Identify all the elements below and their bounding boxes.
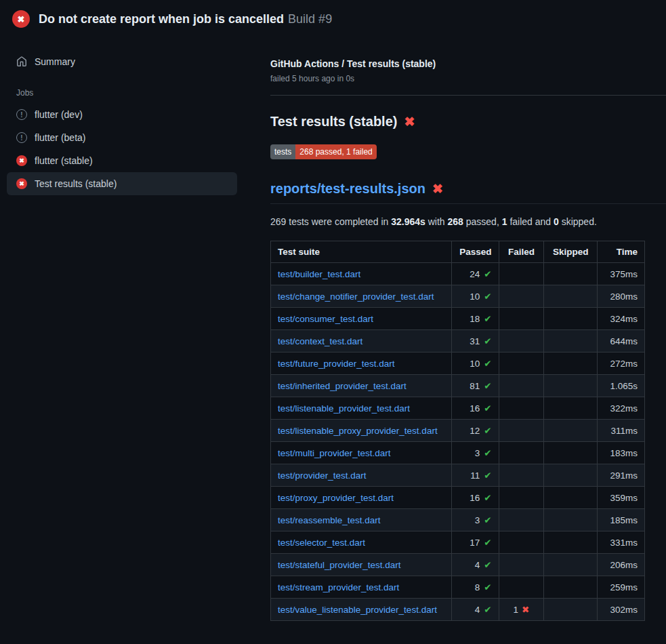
time-cell: 1.065s: [598, 375, 645, 397]
table-row: test/reassemble_test.dart 3✔ ✖ 185ms: [271, 509, 645, 531]
check-icon: ✔: [484, 314, 491, 324]
time-cell: 185ms: [598, 509, 645, 531]
check-icon: ✔: [484, 493, 491, 503]
passed-cell: 4✔: [451, 554, 499, 576]
home-icon: [16, 56, 27, 67]
report-file-heading: reports/test-results.json ✖: [270, 181, 666, 204]
check-icon: ✔: [484, 605, 491, 615]
test-suite-link[interactable]: test/provider_test.dart: [278, 470, 367, 481]
passed-count: 268: [448, 216, 463, 227]
failed-cell: ✖: [499, 487, 544, 509]
run-title: Do not create report when job is cancell…: [39, 12, 284, 26]
time-cell: 322ms: [598, 397, 645, 420]
badge-value: 268 passed, 1 failed: [295, 144, 376, 159]
table-row: test/context_test.dart 31✔ ✖ 644ms: [271, 330, 645, 353]
check-icon: ✔: [484, 403, 491, 414]
table-row: test/listenable_proxy_provider_test.dart…: [271, 420, 645, 442]
build-number: Build #9: [288, 12, 332, 26]
test-suite-link[interactable]: test/selector_test.dart: [278, 538, 365, 548]
test-suite-link[interactable]: test/stateful_provider_test.dart: [278, 560, 401, 570]
test-suite-link[interactable]: test/stream_provider_test.dart: [278, 582, 399, 592]
time-cell: 359ms: [598, 487, 645, 509]
test-suite-link[interactable]: test/consumer_test.dart: [278, 314, 373, 324]
breadcrumb: GitHub Actions / Test results (stable): [270, 58, 645, 69]
time-cell: 206ms: [598, 554, 645, 576]
skipped-cell: [544, 420, 598, 442]
passed-cell: 16✔: [451, 487, 499, 509]
failed-cell: ✖: [499, 576, 544, 599]
test-suite-link[interactable]: test/future_provider_test.dart: [278, 359, 395, 369]
test-suite-link[interactable]: test/listenable_proxy_provider_test.dart: [278, 426, 438, 436]
check-icon: ✔: [484, 359, 491, 369]
test-suite-link[interactable]: test/value_listenable_provider_test.dart: [278, 605, 437, 615]
job-label: flutter (dev): [35, 109, 83, 120]
column-header-test-suite: Test suite: [271, 241, 452, 263]
sidebar-job-item[interactable]: ! flutter (beta): [7, 126, 237, 149]
sidebar-job-item[interactable]: ✖ Test results (stable): [7, 172, 237, 195]
skipped-cell: [544, 375, 598, 397]
passed-cell: 3✔: [451, 442, 499, 464]
column-header-skipped: Skipped: [544, 241, 598, 263]
check-icon: ✔: [484, 582, 491, 592]
failed-cell: ✖: [499, 442, 544, 464]
skipped-cell: [544, 487, 598, 509]
test-suite-link[interactable]: test/builder_test.dart: [278, 269, 360, 279]
failed-cross-icon: ✖: [404, 115, 415, 128]
passed-cell: 4✔: [451, 599, 499, 621]
time-cell: 644ms: [598, 330, 645, 353]
table-row: test/consumer_test.dart 18✔ ✖ 324ms: [271, 308, 645, 330]
time-cell: 280ms: [598, 285, 645, 308]
passed-cell: 12✔: [451, 420, 499, 442]
summary-label: Summary: [35, 56, 75, 67]
failed-cross-icon: ✖: [432, 182, 443, 195]
time-cell: 259ms: [598, 576, 645, 599]
check-icon: ✔: [484, 269, 491, 279]
sidebar-item-summary[interactable]: Summary: [7, 50, 237, 73]
check-icon: ✔: [484, 470, 491, 481]
skipped-cell: [544, 308, 598, 330]
failed-cell: ✖: [499, 397, 544, 420]
table-row: test/stateful_provider_test.dart 4✔ ✖ 20…: [271, 554, 645, 576]
failed-cell: ✖: [499, 353, 544, 375]
run-status-text: failed 5 hours ago in 0s: [270, 74, 645, 83]
column-header-failed: Failed: [499, 241, 544, 263]
sidebar-job-item[interactable]: ✖ flutter (stable): [7, 149, 237, 172]
failed-cell: 1✖: [499, 599, 544, 621]
check-icon: ✔: [484, 291, 491, 302]
skipped-cell: [544, 330, 598, 353]
table-row: test/future_provider_test.dart 10✔ ✖ 272…: [271, 353, 645, 375]
failed-cell: ✖: [499, 375, 544, 397]
passed-cell: 31✔: [451, 330, 499, 353]
passed-cell: 8✔: [451, 576, 499, 599]
passed-cell: 24✔: [451, 263, 499, 285]
skipped-cell: [544, 285, 598, 308]
skipped-cell: [544, 599, 598, 621]
failed-cell: ✖: [499, 420, 544, 442]
test-suite-link[interactable]: test/reassemble_test.dart: [278, 515, 381, 525]
check-icon: ✔: [484, 426, 491, 436]
failed-cell: ✖: [499, 330, 544, 353]
check-icon: ✔: [484, 381, 491, 391]
table-header-row: Test suite Passed Failed Skipped Time: [271, 241, 645, 263]
test-suite-link[interactable]: test/proxy_provider_test.dart: [278, 493, 394, 503]
check-icon: ✔: [484, 448, 491, 458]
test-suite-link[interactable]: test/listenable_provider_test.dart: [278, 403, 410, 414]
test-suite-link[interactable]: test/change_notifier_provider_test.dart: [278, 291, 434, 302]
check-run-title: Test results (stable) ✖: [270, 114, 645, 129]
main-layout: Summary Jobs ! flutter (dev) ! flutter (…: [0, 37, 666, 621]
test-suite-link[interactable]: test/multi_provider_test.dart: [278, 448, 391, 458]
failed-status-icon: ✖: [12, 10, 30, 28]
tests-badge: tests 268 passed, 1 failed: [270, 144, 377, 159]
skipped-cell: [544, 353, 598, 375]
report-file-link[interactable]: reports/test-results.json: [270, 181, 425, 197]
sidebar-job-item[interactable]: ! flutter (dev): [7, 103, 237, 126]
skipped-cell: [544, 464, 598, 487]
test-suite-link[interactable]: test/context_test.dart: [278, 336, 362, 346]
section-divider: [270, 95, 666, 96]
time-cell: 272ms: [598, 353, 645, 375]
time-cell: 302ms: [598, 599, 645, 621]
failed-cell: ✖: [499, 509, 544, 531]
test-suite-link[interactable]: test/inherited_provider_test.dart: [278, 381, 407, 391]
table-row: test/selector_test.dart 17✔ ✖ 331ms: [271, 531, 645, 554]
skipped-cell: [544, 397, 598, 420]
